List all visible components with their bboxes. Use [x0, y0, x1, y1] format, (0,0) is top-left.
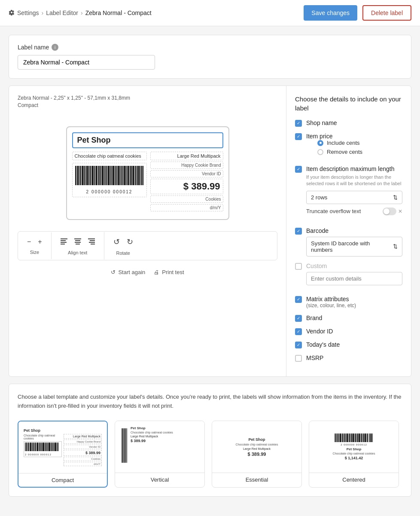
size-decrease-button[interactable]: −: [25, 237, 33, 247]
svg-rect-7: [84, 166, 85, 185]
save-changes-button[interactable]: Save changes: [304, 5, 357, 21]
label-todays-date-option[interactable]: Today's date: [306, 341, 340, 348]
size-increase-button[interactable]: +: [36, 237, 44, 247]
radio-remove-cents: Remove cents: [317, 149, 362, 155]
checkbox-msrp[interactable]: [295, 355, 302, 362]
svg-rect-56: [61, 238, 67, 239]
align-left-button[interactable]: [58, 236, 70, 247]
option-item-price: ✓ Item price Include cents Remov: [295, 133, 402, 159]
checkbox-item-description[interactable]: ✓: [295, 166, 302, 173]
custom-group: Custom: [306, 263, 402, 290]
template-card-compact[interactable]: Pet Shop Chocolate chip oatmeal cookies: [18, 421, 108, 488]
label-multipack: Large Red Multipack: [150, 152, 223, 160]
template-card-essential[interactable]: Pet Shop Chocolate chip oatmeal cookies …: [212, 421, 302, 488]
svg-rect-84: [43, 443, 44, 451]
editor-right: Choose the details to include on your la…: [286, 86, 411, 376]
label-shop-name-option[interactable]: Shop name: [306, 119, 337, 126]
svg-rect-116: [349, 434, 350, 442]
checkbox-shop-name[interactable]: ✓: [295, 120, 302, 127]
checkbox-barcode[interactable]: ✓: [295, 228, 302, 235]
label-msrp-option[interactable]: MSRP: [306, 354, 323, 361]
svg-rect-17: [96, 166, 97, 185]
svg-rect-96: [58, 443, 58, 451]
info-icon[interactable]: i: [52, 44, 58, 51]
svg-rect-100: [125, 428, 125, 463]
start-again-button[interactable]: ↺ Start again: [111, 269, 145, 275]
label-brand-option[interactable]: Brand: [306, 314, 322, 321]
checkbox-todays-date[interactable]: ✓: [295, 342, 302, 348]
svg-rect-134: [371, 434, 372, 442]
svg-rect-62: [75, 242, 81, 243]
checkbox-custom[interactable]: [295, 263, 302, 270]
breadcrumb-label-editor[interactable]: Label Editor: [46, 9, 78, 16]
editor-toolbar: − + Size: [18, 231, 277, 260]
svg-rect-104: [335, 434, 336, 442]
breadcrumb-settings[interactable]: Settings: [17, 9, 39, 16]
svg-rect-61: [75, 240, 80, 241]
label-barcode-option[interactable]: Barcode: [306, 227, 329, 234]
truncate-toggle[interactable]: [383, 208, 396, 215]
breadcrumb-sep2: ›: [81, 9, 83, 16]
svg-rect-73: [30, 443, 31, 451]
label-name-section: Label name i: [9, 35, 411, 79]
radio-include-cents: Include cents: [317, 140, 362, 146]
label-preview[interactable]: Pet Shop Chocolate chip oatmeal cookies: [66, 126, 229, 220]
svg-rect-102: [127, 428, 127, 463]
checkbox-matrix-attributes[interactable]: ✓: [295, 296, 302, 303]
label-item-description-option[interactable]: Item description maximum length: [306, 165, 394, 172]
svg-rect-3: [79, 166, 79, 185]
svg-rect-101: [126, 428, 126, 463]
barcode-type-select[interactable]: System ID barcode with numbers ⇅: [306, 237, 402, 256]
svg-rect-123: [357, 434, 358, 442]
svg-rect-9: [86, 166, 87, 185]
item-description-group: Item description maximum length If your …: [306, 165, 402, 221]
svg-rect-28: [110, 166, 110, 185]
print-test-button[interactable]: 🖨 Print test: [154, 269, 184, 275]
radio-include-cents-btn[interactable]: [317, 140, 323, 146]
truncate-label: Truncate overflow text: [306, 208, 378, 214]
align-right-button[interactable]: [86, 236, 97, 247]
align-center-button[interactable]: [72, 236, 83, 247]
svg-rect-65: [90, 240, 95, 241]
svg-rect-57: [61, 240, 66, 241]
rotate-left-button[interactable]: ↺: [111, 236, 122, 248]
delete-label-button[interactable]: Delete label: [362, 5, 411, 21]
svg-rect-16: [95, 166, 95, 185]
price-sub-options: Include cents Remove cents: [317, 140, 362, 155]
chevron-barcode-icon: ⇅: [393, 243, 398, 250]
svg-rect-115: [348, 434, 349, 442]
label-vendor-id-option[interactable]: Vendor ID: [306, 328, 333, 335]
label-matrix-attributes-option[interactable]: Matrix attributes: [306, 296, 349, 302]
label-name-input[interactable]: [18, 55, 155, 70]
svg-rect-107: [339, 434, 339, 442]
custom-text-input[interactable]: [306, 272, 402, 285]
template-preview-essential: Pet Shop Chocolate chip oatmeal cookies …: [212, 421, 301, 473]
rows-select[interactable]: 2 rows ⇅: [306, 191, 402, 204]
option-msrp: MSRP: [295, 354, 402, 362]
svg-rect-109: [341, 434, 342, 442]
svg-rect-11: [89, 166, 89, 185]
svg-rect-51: [137, 166, 139, 185]
template-card-vertical[interactable]: Pet Shop Chocolate chip oatmeal cookies …: [115, 421, 205, 488]
truncate-toggle-close[interactable]: ✕: [398, 208, 402, 214]
svg-rect-128: [363, 434, 364, 442]
svg-rect-112: [344, 434, 345, 442]
checkbox-brand[interactable]: ✓: [295, 315, 302, 322]
svg-rect-55: [143, 166, 143, 185]
label-name-label: Label name i: [18, 44, 402, 51]
svg-rect-0: [75, 166, 76, 185]
svg-rect-106: [338, 434, 338, 442]
checkbox-vendor-id[interactable]: ✓: [295, 328, 302, 335]
label-category: Cookies: [150, 195, 223, 203]
align-text-label: Align text: [68, 250, 87, 255]
svg-rect-113: [346, 434, 346, 442]
template-card-centered[interactable]: 2 000000 000012 Pet Shop Chocolate chip …: [309, 421, 399, 488]
label-custom-option[interactable]: Custom: [306, 263, 327, 269]
radio-remove-cents-btn[interactable]: [317, 149, 323, 155]
svg-rect-31: [113, 166, 114, 185]
rotate-right-button[interactable]: ↻: [125, 236, 135, 248]
checkbox-item-price[interactable]: ✓: [295, 133, 302, 140]
svg-rect-53: [140, 166, 141, 185]
label-item-price-option[interactable]: Item price: [306, 133, 332, 140]
svg-rect-49: [135, 166, 136, 185]
